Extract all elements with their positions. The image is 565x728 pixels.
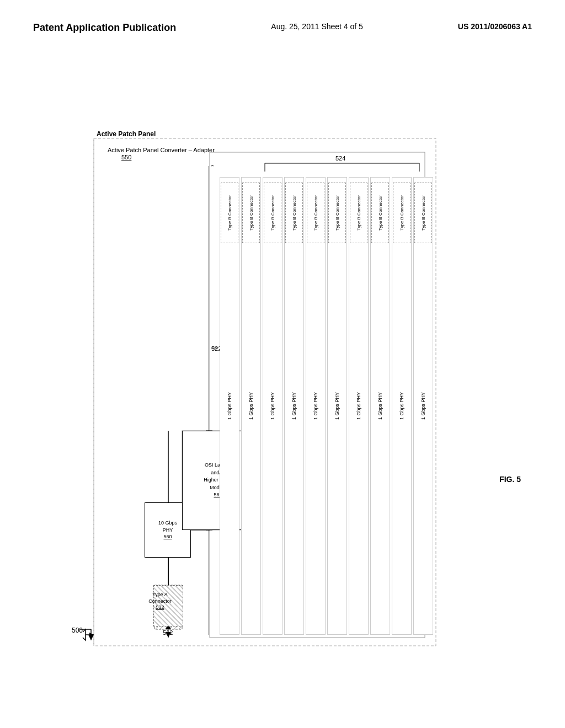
ref-524-label: 524 — [335, 155, 345, 162]
connector-box-9: Type B Connector — [393, 183, 411, 243]
connector-box-6: Type B Connector — [328, 183, 346, 243]
ref-500-label: 500 — [72, 627, 83, 634]
converter-adapter-label: Active Patch Panel Converter – Adapter — [108, 147, 215, 153]
connector-box-7: Type B Connector — [350, 183, 367, 243]
diagram-svg — [0, 45, 565, 706]
phy-box-1: 1 Gbps PHY — [220, 177, 239, 635]
connector-box-8: Type B Connector — [371, 183, 389, 243]
connector-box-5: Type B Connector — [307, 183, 324, 243]
svg-marker-5 — [88, 635, 94, 640]
converter-ref-label: 550 — [121, 154, 131, 160]
ref-512-label: 512 — [163, 629, 173, 636]
phy-box-2: 1 Gbps PHY — [241, 177, 261, 635]
diagram-area: Active Patch Panel Active Patch Panel Co… — [0, 45, 565, 706]
type-a-connector-label: Type AConnector532 — [141, 592, 179, 611]
svg-marker-27 — [89, 633, 94, 637]
connector-box-2: Type B Connector — [242, 183, 260, 243]
connector-box-10: Type B Connector — [414, 183, 432, 243]
connector-box-4: Type B Connector — [285, 183, 303, 243]
phy-box-8: 1 Gbps PHY — [370, 177, 390, 635]
connector-box-3: Type B Connector — [264, 183, 281, 243]
phy-box-10: 1 Gbps PHY — [413, 177, 433, 635]
page-header: Patent Application Publication Aug. 25, … — [0, 0, 565, 45]
connector-box-1: Type B Connector — [221, 183, 238, 243]
fig-label: FIG. 5 — [499, 475, 521, 484]
active-patch-panel-label: Active Patch Panel — [97, 130, 156, 138]
phy-box-6: 1 Gbps PHY — [327, 177, 347, 635]
publication-title: Patent Application Publication — [33, 22, 176, 34]
phy-box-7: 1 Gbps PHY — [349, 177, 369, 635]
phy-box-4: 1 Gbps PHY — [284, 177, 304, 635]
phy-box-9: 1 Gbps PHY — [392, 177, 412, 635]
sheet-info: Aug. 25, 2011 Sheet 4 of 5 — [271, 22, 363, 31]
patent-number: US 2011/0206063 A1 — [458, 22, 532, 31]
phy-box-3: 1 Gbps PHY — [263, 177, 282, 635]
phy-box-5: 1 Gbps PHY — [306, 177, 326, 635]
